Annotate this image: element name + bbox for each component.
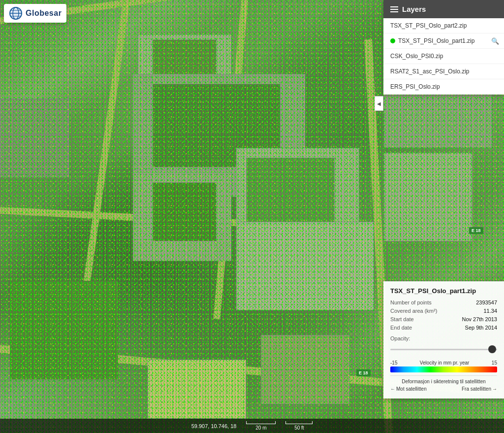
layer-label: RSAT2_S1_asc_PSI_Oslo.zip [390,68,470,75]
scale-line-50ft [285,421,313,424]
layer-item-tsx-part2[interactable]: TSX_ST_PSI_Oslo_part2.zip [383,18,504,33]
scale-min-label: -15 [390,360,397,366]
info-label-area: Covered area (km²) [390,308,437,314]
layer-label: TSX_ST_PSI_Oslo_part1.zip [398,37,474,44]
globe-icon [9,6,23,20]
scale-20m: 20 m [246,421,276,431]
layer-active-dot [390,38,395,43]
layer-item-rsat2[interactable]: RSAT2_S1_asc_PSI_Oslo.zip [383,64,504,79]
deformation-section: Deformasjon i sikteretning til satellitt… [390,375,497,392]
opacity-thumb[interactable] [488,345,496,353]
info-label-points: Number of points [390,300,432,305]
scale-labels: -15 Velocity in mm pr. year 15 [390,360,497,366]
status-bar: 59.907, 10.746, 18 20 m 50 ft [0,419,504,433]
e18-badge-top: E 18 [469,227,483,234]
info-value-points: 2393547 [476,300,497,305]
scale-label-50ft: 50 ft [294,425,304,431]
opacity-section: Opacity: [390,335,497,354]
arrow-right: Fra satellitten → [462,386,497,392]
info-row-points: Number of points 2393547 [390,300,497,305]
scale-indicator-imperial: 50 ft [285,421,313,431]
left-arrow-icon: ← [390,386,395,392]
right-arrow-icon: → [492,386,497,392]
menu-icon [390,6,398,12]
info-panel-title: TSX_ST_PSI_Oslo_part1.zip [390,287,497,295]
map-container[interactable]: E 18 E 18 Globesar Layers TSX_ST_PSI_Osl… [0,0,504,433]
search-icon[interactable]: 🔍 [491,37,499,45]
layer-label: ERS_PSI_Oslo.zip [390,83,440,90]
e18-badge-bottom: E 18 [356,369,371,376]
color-scale: -15 Velocity in mm pr. year 15 [390,360,497,372]
app-logo: Globesar [4,4,66,23]
left-arrow-label: Mot satellitten [396,386,427,392]
info-row-start: Start date Nov 27th 2013 [390,316,497,322]
scale-line-20m [246,421,276,424]
deformation-title: Deformasjon i sikteretning til satellitt… [390,379,497,384]
deformation-arrows: ← Mot satellitten Fra satellitten → [390,386,497,392]
layers-title: Layers [402,5,426,13]
info-row-end: End date Sep 9th 2014 [390,325,497,331]
app-name: Globesar [26,9,62,18]
right-arrow-label: Fra satellitten [462,386,491,392]
info-value-end: Sep 9th 2014 [465,325,497,331]
layer-label: TSX_ST_PSI_Oslo_part2.zip [390,22,467,29]
scale-unit-label: Velocity in mm pr. year [420,360,470,366]
layers-collapse-button[interactable]: ◀ [375,96,383,111]
info-value-area: 11.34 [483,308,497,314]
scale-max-label: 15 [492,360,497,366]
layers-panel: Layers TSX_ST_PSI_Oslo_part2.zip TSX_ST_… [383,0,504,95]
layer-item-csk[interactable]: CSK_Oslo_PSI0.zip [383,49,504,64]
info-row-area: Covered area (km²) 11.34 [390,308,497,314]
velocity-color-bar [390,366,497,372]
info-value-start: Nov 27th 2013 [462,316,497,322]
map-coordinates: 59.907, 10.746, 18 [191,423,237,429]
scale-label-20m: 20 m [255,425,266,431]
opacity-label: Opacity: [390,335,497,341]
info-panel: TSX_ST_PSI_Oslo_part1.zip Number of poin… [383,281,504,399]
layers-header: Layers [383,0,504,18]
info-label-start: Start date [390,316,414,322]
layer-label: CSK_Oslo_PSI0.zip [390,53,443,60]
svg-point-5 [10,7,22,19]
scale-indicator-metric: 20 m [246,421,276,431]
scale-50ft: 50 ft [285,421,313,431]
info-label-end: End date [390,325,412,331]
opacity-slider[interactable] [390,344,497,354]
layer-item-ers[interactable]: ERS_PSI_Oslo.zip [383,79,504,95]
opacity-track [390,349,497,350]
arrow-left: ← Mot satellitten [390,386,427,392]
layer-item-tsx-part1[interactable]: TSX_ST_PSI_Oslo_part1.zip 🔍 [383,33,504,49]
